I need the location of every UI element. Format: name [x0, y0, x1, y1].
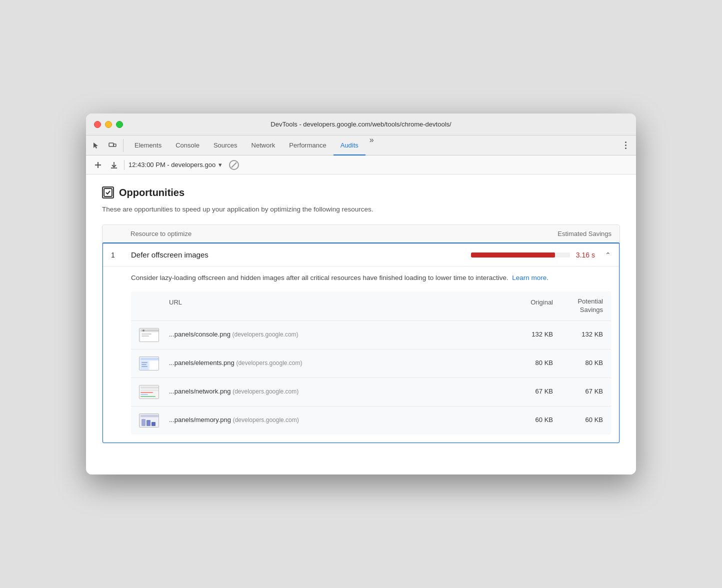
devtools-toolbar: Elements Console Sources Network Perform… [86, 136, 636, 156]
tab-elements[interactable]: Elements [128, 136, 168, 156]
close-button[interactable] [94, 121, 101, 128]
network-thumbnail [139, 385, 159, 399]
tab-audits[interactable]: Audits [334, 136, 366, 156]
dot-3 [625, 148, 626, 149]
sub-col-thumb-header [139, 298, 169, 314]
domain-1: (developers.google.com) [232, 331, 298, 338]
svg-point-8 [142, 330, 144, 332]
audit-row-main[interactable]: 1 Defer offscreen images 3.16 s ⌃ [103, 244, 619, 266]
table-row: ...panels/console.png (developers.google… [131, 321, 611, 350]
domain-4: (developers.google.com) [233, 416, 299, 424]
url-dropdown-button[interactable]: ▾ [218, 161, 222, 168]
svg-rect-20 [140, 386, 158, 388]
toolbar-right [619, 139, 632, 152]
block-icon[interactable] [229, 160, 239, 170]
elements-thumbnail [139, 356, 159, 370]
potential-savings-4: 60 KB [553, 416, 603, 424]
svg-rect-16 [142, 362, 148, 363]
traffic-lights [94, 121, 123, 128]
tab-network[interactable]: Network [244, 136, 282, 156]
add-button[interactable] [92, 159, 104, 171]
filename-2: ...panels/elements.png [169, 359, 234, 366]
original-size-3: 67 KB [503, 386, 553, 397]
title-bar: DevTools - developers.google.com/web/too… [86, 114, 636, 136]
thumb-col-4 [139, 414, 169, 428]
thumb-col-3 [139, 385, 169, 399]
potential-savings-1: 132 KB [553, 330, 603, 339]
row-toggle-button[interactable]: ⌃ [605, 251, 611, 259]
download-button[interactable] [108, 159, 120, 171]
learn-more-link[interactable]: Learn more [512, 274, 546, 282]
sub-col-savings-header: PotentialSavings [553, 298, 603, 314]
filename-4: ...panels/memory.png [169, 416, 231, 424]
svg-rect-17 [142, 364, 146, 365]
more-options-button[interactable] [619, 139, 632, 152]
cursor-icon[interactable] [90, 139, 103, 152]
svg-rect-13 [140, 358, 158, 360]
sub-col-url-header: URL [169, 298, 503, 314]
domain-2: (developers.google.com) [236, 360, 302, 366]
svg-rect-0 [109, 143, 114, 146]
sub-url-4: ...panels/memory.png (developers.google.… [169, 415, 503, 426]
table-row: ...panels/elements.png (developers.googl… [131, 350, 611, 378]
more-tabs-button[interactable]: » [366, 136, 378, 155]
tab-sources[interactable]: Sources [206, 136, 244, 156]
svg-rect-10 [142, 334, 152, 334]
filename-3: ...panels/network.png [169, 388, 231, 395]
svg-rect-26 [140, 415, 158, 417]
table-header-row: Resource to optimize Estimated Savings [102, 225, 620, 243]
dot-2 [625, 144, 626, 146]
domain-3: (developers.google.com) [232, 388, 298, 395]
original-size-1: 132 KB [503, 330, 553, 340]
section-icon [102, 186, 114, 198]
thumb-col-2 [139, 356, 169, 370]
section-description: These are opportunities to speed up your… [102, 204, 620, 214]
svg-rect-18 [142, 366, 148, 367]
audit-row-detail: Consider lazy-loading offscreen and hidd… [103, 266, 619, 442]
potential-savings-3: 67 KB [553, 388, 603, 396]
minimize-button[interactable] [105, 121, 112, 128]
window-title: DevTools - developers.google.com/web/too… [270, 120, 451, 128]
row-savings-area: 3.16 s ⌃ [471, 251, 611, 259]
savings-value: 3.16 s [576, 251, 595, 259]
tab-console[interactable]: Console [168, 136, 206, 156]
toolbar-icons [90, 139, 124, 152]
period: . [546, 274, 548, 282]
console-thumbnail [139, 328, 159, 342]
sub-url-1: ...panels/console.png (developers.google… [169, 330, 503, 340]
main-content: Opportunities These are opportunities to… [86, 174, 636, 474]
table-row: ...panels/memory.png (developers.google.… [131, 406, 611, 434]
svg-rect-5 [104, 188, 112, 196]
detail-text: Consider lazy-loading offscreen and hidd… [131, 274, 508, 282]
tab-performance[interactable]: Performance [282, 136, 333, 156]
svg-rect-24 [140, 396, 156, 397]
svg-rect-22 [140, 392, 153, 393]
sub-table: URL Original PotentialSavings [131, 292, 611, 434]
savings-bar-container [471, 252, 570, 258]
svg-rect-28 [142, 419, 146, 426]
svg-rect-1 [114, 144, 116, 146]
col-resource-header: Resource to optimize [130, 230, 472, 238]
devtools-tabs: Elements Console Sources Network Perform… [128, 136, 619, 155]
devtools-window: DevTools - developers.google.com/web/too… [86, 114, 636, 474]
sub-url-3: ...panels/network.png (developers.google… [169, 386, 503, 397]
filename-1: ...panels/console.png [169, 330, 230, 338]
svg-rect-15 [150, 361, 158, 370]
row-label: Defer offscreen images [131, 250, 471, 259]
maximize-button[interactable] [116, 121, 123, 128]
audit-row-expanded: 1 Defer offscreen images 3.16 s ⌃ Consid… [102, 242, 620, 443]
svg-rect-29 [146, 420, 150, 426]
original-size-4: 60 KB [503, 415, 553, 426]
col-savings-header: Estimated Savings [472, 230, 612, 238]
svg-rect-30 [152, 422, 156, 426]
second-toolbar: 12:43:00 PM - developers.goo ▾ [86, 156, 636, 174]
dot-1 [625, 142, 626, 143]
device-toggle-icon[interactable] [106, 139, 119, 152]
svg-rect-23 [140, 394, 148, 395]
savings-bar-fill [471, 252, 555, 258]
original-size-2: 80 KB [503, 358, 553, 368]
section-title: Opportunities [119, 187, 184, 198]
url-text: 12:43:00 PM - developers.goo [128, 161, 216, 168]
col-num-header [110, 230, 130, 238]
svg-rect-11 [142, 336, 149, 336]
